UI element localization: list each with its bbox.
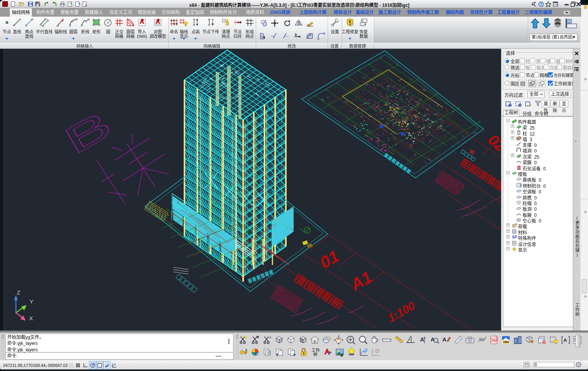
svg-text:,50: ,50 [478,337,484,342]
svg-text:DWG: DWG [503,341,509,343]
svg-text:?: ? [540,2,542,6]
svg-text:02: 02 [485,131,501,154]
svg-text:x: x [85,3,87,7]
svg-text:A: A [563,337,567,343]
svg-text:Y: Y [30,298,33,305]
svg-text:+: + [114,363,116,365]
svg-text:PDF: PDF [492,338,498,342]
svg-text:A: A [442,336,446,343]
svg-text:SP: SP [512,235,517,239]
svg-text:X: X [29,315,33,321]
svg-text:A: A [420,336,424,343]
svg-text:Z: Z [17,289,20,296]
svg-text:1:100: 1:100 [386,299,417,324]
svg-text:树: 树 [313,352,317,357]
svg-text:01: 01 [317,246,342,272]
svg-text:A1: A1 [347,267,375,294]
svg-text:B: B [57,103,119,163]
